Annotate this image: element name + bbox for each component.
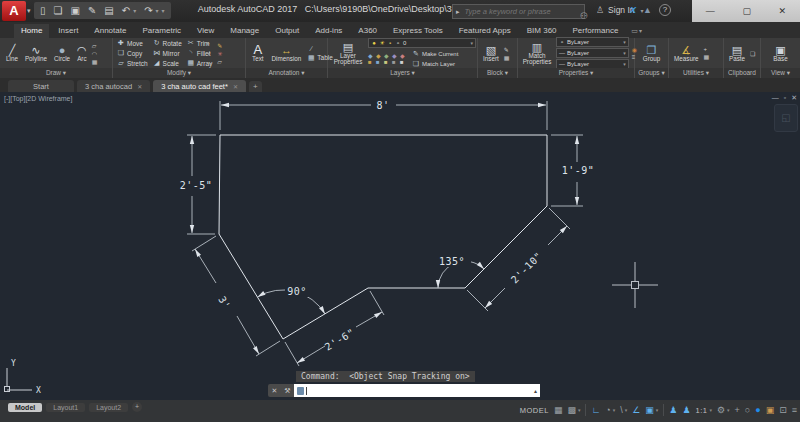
copy-button[interactable]: ❏Copy bbox=[117, 49, 148, 57]
panel-label-utilities[interactable]: Utilities ▾ bbox=[669, 68, 723, 78]
mirror-button[interactable]: ⋈Mirror bbox=[153, 49, 182, 57]
tab-featured-apps[interactable]: Featured Apps bbox=[452, 24, 518, 38]
display-icon[interactable]: ⊡ bbox=[779, 405, 787, 415]
clipboard-copy-icon[interactable]: ❏ bbox=[750, 50, 755, 57]
panel-label-view[interactable]: View ▾ bbox=[761, 68, 800, 78]
tab-manage[interactable]: Manage bbox=[223, 24, 266, 38]
panel-label-block[interactable]: Block ▾ bbox=[478, 68, 517, 78]
match-properties-button[interactable]: ▥ Match Properties bbox=[521, 41, 553, 66]
model-space-toggle[interactable]: MODEL bbox=[520, 406, 549, 415]
isodraft-icon[interactable]: \ bbox=[620, 405, 623, 415]
create-block-icon[interactable]: ✎ bbox=[504, 46, 510, 53]
object-snap-tracking-icon[interactable]: ∠ bbox=[632, 405, 640, 415]
quick-calc-icon[interactable]: ▦ bbox=[704, 53, 710, 60]
text-button[interactable]: A Text bbox=[250, 44, 266, 63]
isodraft-caret-icon[interactable]: ▾ bbox=[625, 407, 628, 413]
panel-label-modify[interactable]: Modify ▾ bbox=[113, 68, 245, 78]
search-go-icon[interactable]: ▸ bbox=[456, 8, 460, 16]
tab-annotate[interactable]: Annotate bbox=[87, 24, 133, 38]
clean-screen-icon[interactable]: ▣ bbox=[766, 405, 775, 415]
tab-close-icon[interactable]: ✕ bbox=[137, 83, 142, 90]
layer-properties-button[interactable]: ▤ Layer Properties bbox=[331, 41, 365, 66]
block-edit-icon[interactable]: ▦ bbox=[504, 54, 510, 61]
command-input[interactable]: ▴ bbox=[294, 384, 540, 397]
panel-label-properties[interactable]: Properties ▾ bbox=[518, 68, 634, 78]
polar-tracking-icon[interactable]: ◔ bbox=[605, 405, 610, 415]
tab-performance[interactable]: Performance bbox=[566, 24, 626, 38]
rotate-button[interactable]: ↻Rotate bbox=[153, 39, 182, 47]
isolate-objects-icon[interactable]: ○ bbox=[745, 405, 750, 415]
autodesk-exchange-icon[interactable]: X bbox=[630, 5, 636, 15]
measure-button[interactable]: ∡ Measure bbox=[672, 44, 701, 63]
layer-dropdown[interactable]: ● ☀ ▪ ▫ 0 ▾ bbox=[368, 38, 476, 48]
make-current-button[interactable]: ✎Make Current bbox=[412, 50, 458, 58]
arc-button[interactable]: ◠ Arc bbox=[75, 44, 89, 63]
osnap-caret-icon[interactable]: ▾ bbox=[656, 407, 659, 413]
file-tab-start[interactable]: Start bbox=[8, 80, 74, 92]
search-input[interactable] bbox=[463, 6, 581, 17]
annotation-visibility-icon[interactable]: ♟ bbox=[669, 405, 677, 415]
workspace-gear-icon[interactable]: ⚙ bbox=[717, 405, 725, 415]
doc-restore-icon[interactable]: ▫ bbox=[784, 94, 786, 102]
object-snap-icon[interactable]: ▣ bbox=[645, 405, 654, 415]
workspace-caret-icon[interactable]: ▾ bbox=[727, 407, 730, 413]
minimize-button[interactable]: — bbox=[706, 6, 715, 16]
file-tab-3cha-autocad-feet[interactable]: 3 cha auto cad feet*✕ bbox=[153, 80, 246, 92]
command-customize-icon[interactable]: ⚒ bbox=[284, 387, 290, 395]
search-binoculars-icon[interactable]: ⚇ bbox=[580, 5, 588, 23]
command-close-icon[interactable]: ✕ bbox=[271, 387, 277, 395]
viewport-controls-label[interactable]: [-][Top][2D Wireframe] bbox=[4, 95, 72, 102]
panel-label-annotation[interactable]: Annotation ▾ bbox=[246, 68, 327, 78]
id-point-icon[interactable]: + bbox=[704, 46, 710, 52]
new-drawing-tab-button[interactable]: + bbox=[249, 81, 262, 92]
tab-insert[interactable]: Insert bbox=[51, 24, 85, 38]
tab-home[interactable]: Home bbox=[14, 24, 49, 38]
doc-minimize-icon[interactable]: — bbox=[772, 94, 779, 102]
ortho-icon[interactable]: ∟ bbox=[591, 405, 600, 415]
dimension-button[interactable]: ↔ Dimension bbox=[270, 44, 304, 63]
tab-bim-360[interactable]: BIM 360 bbox=[520, 24, 564, 38]
layer-tools-icons[interactable]: ◆◆◆◆◆ ■■■■■ bbox=[368, 52, 408, 66]
annotation-scale-caret-icon[interactable]: ▾ bbox=[709, 407, 712, 413]
panel-label-clipboard[interactable]: Clipboard bbox=[724, 68, 760, 78]
layout-tab-model[interactable]: Model bbox=[8, 403, 42, 412]
fillet-button[interactable]: ◝Fillet ▾ bbox=[187, 49, 213, 57]
drawing-canvas[interactable]: [-][Top][2D Wireframe] — ▫ ✕ ◱ bbox=[0, 92, 800, 400]
linetype-dropdown[interactable]: — ByLayer ▾ bbox=[556, 48, 629, 58]
graphics-performance-icon[interactable]: ● bbox=[755, 405, 760, 415]
stretch-button[interactable]: ▱Stretch bbox=[117, 59, 148, 67]
tab-express-tools[interactable]: Express Tools bbox=[386, 24, 450, 38]
tab-output[interactable]: Output bbox=[268, 24, 306, 38]
explode-icon[interactable]: ✳ bbox=[217, 50, 222, 57]
panel-label-draw[interactable]: Draw ▾ bbox=[0, 68, 112, 78]
annotation-scale-value[interactable]: 1:1 bbox=[695, 406, 707, 415]
move-button[interactable]: ✚Move bbox=[117, 39, 148, 47]
recent-commands-icon[interactable]: ▴ bbox=[534, 387, 537, 394]
rectangle-icon[interactable]: ▱ bbox=[92, 42, 98, 49]
layout-tab-layout2[interactable]: Layout2 bbox=[89, 403, 128, 412]
tab-a360[interactable]: A360 bbox=[351, 24, 384, 38]
match-layer-button[interactable]: ❏Match Layer bbox=[412, 60, 458, 68]
tab-parametric[interactable]: Parametric bbox=[135, 24, 188, 38]
new-layout-button[interactable]: + bbox=[132, 402, 142, 412]
object-color-dropdown[interactable]: ▫ ByLayer ▾ bbox=[556, 37, 629, 47]
snap-icon[interactable]: ▩ bbox=[567, 405, 576, 415]
insert-button[interactable]: ▧ Insert bbox=[481, 44, 501, 63]
tab-view[interactable]: View bbox=[190, 24, 221, 38]
ribbon-minimize-caret-icon[interactable]: ▾ bbox=[639, 27, 642, 38]
scale-button[interactable]: ◢Scale bbox=[153, 59, 182, 67]
navigation-bar[interactable]: ◱ bbox=[774, 104, 798, 132]
grid-icon[interactable]: ▦ bbox=[554, 405, 563, 415]
tab-close-icon[interactable]: ✕ bbox=[233, 83, 238, 90]
array-button[interactable]: ▦Array ▾ bbox=[187, 59, 213, 67]
panel-label-groups[interactable]: Groups ▾ bbox=[635, 68, 668, 78]
panel-label-layers[interactable]: Layers ▾ bbox=[328, 68, 477, 78]
file-tab-3cha-autocad[interactable]: 3 cha autocad✕ bbox=[77, 80, 150, 92]
close-button[interactable]: ✕ bbox=[779, 6, 787, 16]
help-icon[interactable]: ? bbox=[659, 4, 671, 16]
polyline-button[interactable]: ∿ Polyline bbox=[23, 44, 49, 63]
polar-caret-icon[interactable]: ▾ bbox=[613, 407, 616, 413]
trim-button[interactable]: ✂Trim ▾ bbox=[187, 39, 213, 47]
erase-icon[interactable]: ✎ bbox=[217, 42, 222, 49]
app-store-icon[interactable]: ▲ bbox=[643, 5, 652, 15]
